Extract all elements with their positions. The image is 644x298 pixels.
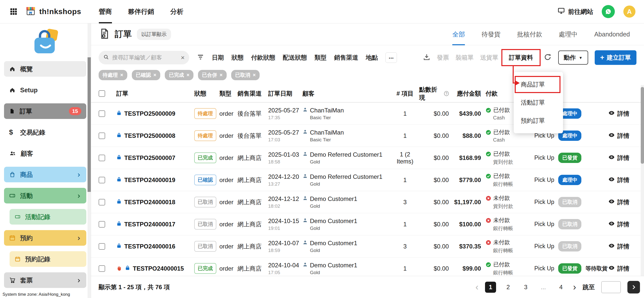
go-to-site-link[interactable]: 前往網站 <box>557 7 593 16</box>
sidebar-item-bookings[interactable]: 預約 <box>4 230 86 246</box>
sidebar-item-customers[interactable]: 顧客 <box>4 146 86 161</box>
order-id[interactable]: TESTPO24000018 <box>124 199 175 206</box>
topnav-analytics-tab[interactable]: 分析 <box>170 0 183 23</box>
prev-page-icon[interactable]: ‹ <box>475 283 478 292</box>
sidebar-item-transactions[interactable]: $ 交易紀錄 <box>4 124 86 140</box>
details-button[interactable]: 詳情 <box>608 265 629 273</box>
order-id[interactable]: TESTPO24000017 <box>124 221 175 228</box>
order-id[interactable]: TESTPO24000019 <box>124 177 175 184</box>
download-icon[interactable] <box>423 53 430 62</box>
next-page-icon[interactable]: › <box>573 283 576 292</box>
row-checkbox[interactable] <box>99 265 105 272</box>
packing-slip-button[interactable]: 裝箱單 <box>456 54 474 62</box>
filter-chip[interactable]: 已合併× <box>198 70 227 80</box>
sidebar-item-packages[interactable]: 套票 <box>4 272 86 288</box>
tab-all[interactable]: 全部 <box>452 23 465 45</box>
order-data-button[interactable]: 訂單資料 <box>505 51 537 64</box>
create-order-button[interactable]: + 建立訂單 <box>595 50 636 65</box>
filter-location-button[interactable]: 地點 <box>366 54 378 62</box>
tab-abandoned[interactable]: Abandonded <box>594 23 630 45</box>
tab-approve-payment[interactable]: 批核付款 <box>517 23 542 45</box>
filter-sales-channel-button[interactable]: 銷售渠道 <box>334 54 358 62</box>
customer-name[interactable]: Demo Customer1 <box>310 262 357 269</box>
filter-chip[interactable]: 已取消× <box>231 70 260 80</box>
dropdown-item-event-orders[interactable]: 活動訂單 <box>514 94 563 112</box>
order-id[interactable]: TESTPO25000007 <box>124 154 175 161</box>
customer-name[interactable]: ChanTaiMan <box>310 129 344 136</box>
table-row[interactable]: TESTPO24000015 已完成 order 網上商店 2024-10-04… <box>91 258 644 276</box>
filter-payment-status-button[interactable]: 付款狀態 <box>251 54 275 62</box>
order-id[interactable]: TESTPO24000016 <box>124 243 175 250</box>
sidebar-item-booking-records[interactable]: 預約記錄 <box>10 251 86 267</box>
search-input[interactable] <box>112 54 178 61</box>
chip-remove-icon[interactable]: × <box>153 72 156 78</box>
page-button-1[interactable]: 1 <box>485 282 496 293</box>
details-button[interactable]: 詳情 <box>608 110 629 118</box>
order-id[interactable]: TESTPO25000008 <box>124 132 175 139</box>
filter-type-button[interactable]: 類型 <box>314 54 327 62</box>
table-scrollbar[interactable] <box>641 85 644 276</box>
customer-name[interactable]: Demo Referred Customer1 <box>310 173 382 180</box>
sidebar-item-orders[interactable]: 訂單 15 <box>4 103 86 119</box>
row-checkbox[interactable] <box>99 243 105 250</box>
row-checkbox[interactable] <box>99 133 105 139</box>
details-button[interactable]: 詳情 <box>608 154 629 162</box>
row-checkbox[interactable] <box>99 110 105 117</box>
customer-name[interactable]: ChanTaiMan <box>310 107 344 114</box>
details-button[interactable]: 詳情 <box>608 220 629 228</box>
clear-search-icon[interactable]: × <box>181 54 185 61</box>
topnav-business-tab[interactable]: 營商 <box>99 0 112 23</box>
delivery-note-button[interactable]: 送貨單 <box>480 54 498 62</box>
dropdown-item-booking-orders[interactable]: 預約訂單 <box>514 112 563 130</box>
table-row[interactable]: TESTPO24000018 已取消 order 網上商店 2024-12-12… <box>91 191 644 213</box>
filter-chip[interactable]: 待處理× <box>99 70 127 80</box>
customer-name[interactable]: Demo Referred Customer1 <box>310 151 382 158</box>
sidebar-item-products[interactable]: 商品 <box>4 167 86 182</box>
topnav-partner-marketing-tab[interactable]: 夥伴行銷 <box>128 0 154 23</box>
info-icon[interactable]: ? <box>444 91 449 96</box>
sidebar-scrollbar-thumb[interactable] <box>88 57 91 192</box>
chip-remove-icon[interactable]: × <box>186 72 189 78</box>
table-row[interactable]: TESTPO25000007 已完成 order 網上商店 2025-01-03… <box>91 147 644 169</box>
dropdown-item-product-orders[interactable]: 商品訂單 <box>514 75 563 94</box>
app-grid-icon[interactable] <box>9 7 19 17</box>
customer-name[interactable]: Demo Customer1 <box>310 240 357 247</box>
row-checkbox[interactable] <box>99 221 105 228</box>
page-button-2[interactable]: 2 <box>503 282 514 293</box>
page-button-4[interactable]: 4 <box>555 282 567 293</box>
filter-funnel-icon[interactable] <box>197 53 204 62</box>
filter-chip[interactable]: 已完成× <box>165 70 193 80</box>
invoice-button[interactable]: 發票 <box>437 54 449 62</box>
actions-button[interactable]: 動作 ▼ <box>558 51 588 65</box>
order-id[interactable]: TESTPO24000015 <box>133 265 184 272</box>
tab-to-ship[interactable]: 待發貨 <box>481 23 500 45</box>
details-button[interactable]: 詳情 <box>608 198 629 206</box>
tab-processing[interactable]: 處理中 <box>559 23 578 45</box>
table-row[interactable]: TESTPO24000017 已取消 order 網上商店 2024-10-15… <box>91 213 644 235</box>
view-mode-badge[interactable]: 以訂單顯示 <box>137 29 171 40</box>
page-button-3[interactable]: 3 <box>520 282 531 293</box>
filter-status-button[interactable]: 狀態 <box>231 54 244 62</box>
order-id[interactable]: TESTPO25000009 <box>124 110 175 117</box>
chip-remove-icon[interactable]: × <box>120 72 123 78</box>
chip-remove-icon[interactable]: × <box>253 72 256 78</box>
filter-date-button[interactable]: 日期 <box>212 54 224 62</box>
sidebar-item-overview[interactable]: 概覽 <box>4 61 86 77</box>
user-avatar[interactable]: A <box>623 6 635 18</box>
row-checkbox[interactable] <box>99 177 105 183</box>
sidebar-scrollbar[interactable] <box>88 23 91 298</box>
filter-delivery-status-button[interactable]: 配送狀態 <box>283 54 307 62</box>
whatsapp-icon[interactable] <box>602 5 615 18</box>
jump-go-button[interactable] <box>627 281 640 293</box>
filter-chip[interactable]: 已確認× <box>132 70 160 80</box>
chip-remove-icon[interactable]: × <box>220 72 223 78</box>
details-button[interactable]: 詳情 <box>608 242 629 250</box>
customer-name[interactable]: Demo Customer1 <box>310 218 357 225</box>
search-box[interactable]: × <box>99 51 189 64</box>
select-all-checkbox[interactable] <box>99 90 105 97</box>
table-row[interactable]: TESTPO24000019 已確認 order 網上商店 2024-12-20… <box>91 169 644 191</box>
sidebar-item-event-records[interactable]: 活動記錄 <box>10 209 86 225</box>
row-checkbox[interactable] <box>99 155 105 161</box>
refresh-icon[interactable] <box>544 53 552 62</box>
brand-logo[interactable]: th!nkshops <box>25 6 81 18</box>
